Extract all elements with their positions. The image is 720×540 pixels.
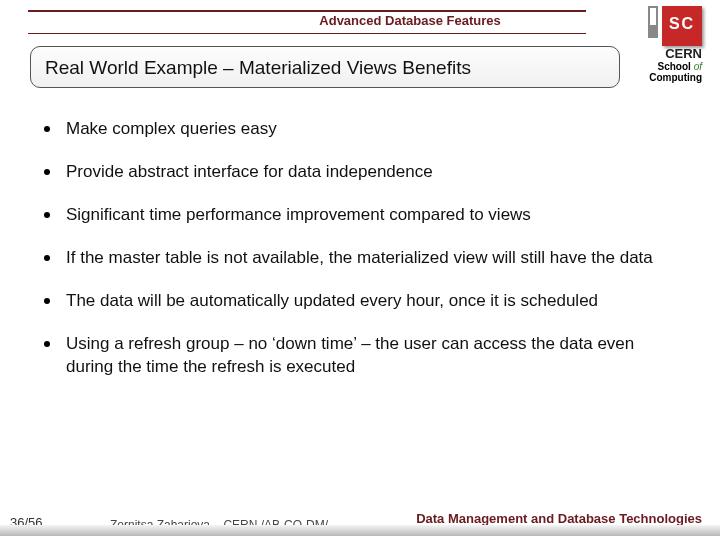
content-area: Make complex queries easy Provide abstra… [42, 118, 662, 399]
logo-block: SC CERN School of Computing [607, 6, 702, 83]
logo-tagline: School of Computing [607, 61, 702, 83]
logo-tag-suffix: Computing [649, 72, 702, 83]
logo-sc-icon: SC [662, 6, 702, 46]
list-item: Significant time performance improvement… [42, 204, 662, 227]
list-item: Provide abstract interface for data inde… [42, 161, 662, 184]
list-item: Using a refresh group – no ‘down time’ –… [42, 333, 662, 379]
footer-gradient-bar [0, 525, 720, 536]
logo-tag-prefix: School [658, 61, 694, 72]
list-item: If the master table is not available, th… [42, 247, 662, 270]
footer-course-title: Data Management and Database Technologie… [416, 511, 702, 526]
list-item: The data will be automatically updated e… [42, 290, 662, 313]
slide-title: Real World Example – Materialized Views … [30, 46, 620, 88]
header-rule-bottom [28, 33, 586, 34]
logo-i-icon [648, 6, 658, 38]
list-item: Make complex queries easy [42, 118, 662, 141]
slide: Advanced Database Features SC CERN Schoo… [0, 0, 720, 540]
header-rule-top [28, 10, 586, 12]
section-label: Advanced Database Features [260, 13, 560, 28]
logo-tag-of: of [694, 61, 702, 72]
bullet-list: Make complex queries easy Provide abstra… [42, 118, 662, 379]
logo-cern-text: CERN [607, 46, 702, 61]
